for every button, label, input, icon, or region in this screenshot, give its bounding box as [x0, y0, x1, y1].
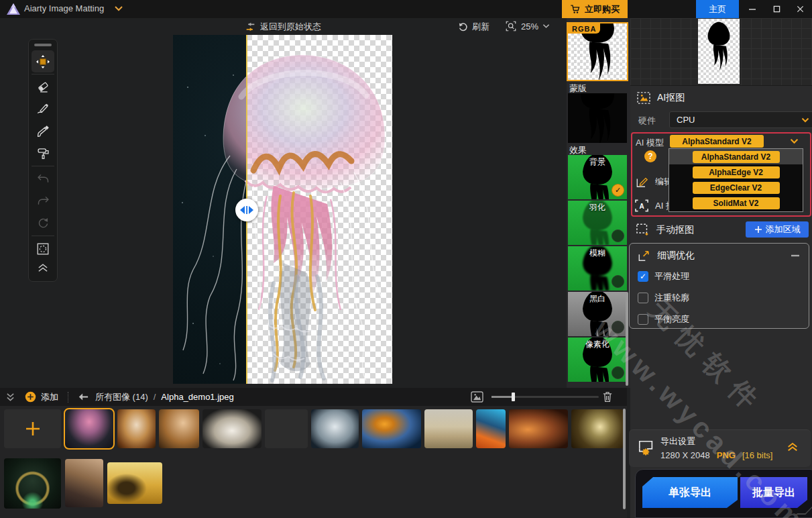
- navigator-thumb: [698, 19, 740, 84]
- option-brightness: 平衡亮度: [638, 313, 689, 325]
- breadcrumb-all-images[interactable]: 所有图像 (14): [95, 391, 148, 403]
- thumb-night-crowd[interactable]: [509, 409, 568, 448]
- reset-to-original-button[interactable]: 返回到原始状态: [245, 21, 321, 33]
- marquee-select-tool[interactable]: [32, 238, 54, 260]
- delete-trash-icon[interactable]: [602, 391, 613, 403]
- contour-checkbox[interactable]: [638, 293, 648, 303]
- back-arrow-icon[interactable]: [78, 393, 89, 401]
- thumb-spider-web[interactable]: [571, 409, 624, 448]
- zoom-value: 25%: [521, 21, 538, 32]
- collapse-minus-icon[interactable]: [791, 254, 800, 257]
- effect-pixelate[interactable]: 像素化: [568, 338, 627, 382]
- thumb-fairy-figure[interactable]: [117, 409, 156, 448]
- maximize-button[interactable]: [764, 0, 789, 18]
- compare-divider-handle[interactable]: [235, 199, 258, 221]
- swap-arrows-icon: [245, 22, 256, 32]
- thumb-cat-meadow[interactable]: [107, 462, 162, 504]
- canvas-image-region[interactable]: [173, 35, 392, 384]
- reset-history-button[interactable]: [32, 212, 54, 234]
- export-single-button[interactable]: 单张导出: [642, 477, 738, 508]
- close-button[interactable]: [788, 0, 812, 18]
- brush-tool[interactable]: [32, 120, 54, 142]
- effect-blackwhite[interactable]: 黑白: [568, 292, 627, 336]
- export-settings-icon: [637, 439, 656, 456]
- effects-scrollbar[interactable]: [626, 292, 628, 386]
- export-settings-panel[interactable]: 导出设置 1280 X 2048 PNG [16 bits]: [629, 429, 811, 467]
- add-circle-icon: [25, 391, 36, 403]
- add-image-tile[interactable]: [4, 409, 61, 448]
- app-menu-chevron-icon[interactable]: [114, 5, 123, 12]
- undo-button[interactable]: [32, 168, 54, 190]
- edit-row[interactable]: 编辑: [636, 176, 673, 188]
- double-chevron-up-icon: [37, 263, 49, 272]
- effect-blur[interactable]: 模糊: [568, 246, 627, 291]
- smart-pen-tool[interactable]: [32, 98, 54, 120]
- model-dropdown-list: AlphaStandard V2 AlphaEdge V2 EdgeClear …: [669, 148, 803, 212]
- thumb-neon-woman[interactable]: [476, 409, 506, 448]
- model-help-icon[interactable]: ?: [644, 150, 656, 162]
- thumb-woman-night[interactable]: [65, 459, 103, 507]
- thumb-white-dress[interactable]: [311, 409, 359, 448]
- thumb-white-lion[interactable]: [202, 409, 262, 448]
- thumb-fox-portrait[interactable]: [159, 409, 199, 448]
- redo-button[interactable]: [32, 190, 54, 212]
- effect-badge[interactable]: [612, 321, 624, 333]
- effect-badge[interactable]: [612, 229, 624, 242]
- rgba-preview-thumb[interactable]: RGBA: [568, 23, 627, 80]
- breadcrumb-separator: /: [154, 392, 156, 402]
- minimize-button[interactable]: [740, 0, 764, 18]
- thumb-white-bird[interactable]: [265, 409, 308, 448]
- thumb-jellyfish-pink[interactable]: [65, 409, 113, 448]
- app-title: Aiarty Image Matting: [24, 3, 104, 13]
- preview-column: RGBA 蒙版 效果 背景 ✓ 羽化 模糊 黑白 像素化: [567, 18, 630, 388]
- model-chevron-icon[interactable]: [790, 138, 799, 144]
- effect-checked-badge[interactable]: ✓: [612, 184, 624, 197]
- manual-matting-icon: [636, 223, 650, 236]
- model-option[interactable]: AlphaEdge V2: [669, 164, 803, 180]
- effect-badge[interactable]: [612, 275, 624, 288]
- smooth-checkbox[interactable]: [638, 271, 648, 282]
- effect-background[interactable]: 背景 ✓: [568, 155, 627, 199]
- add-images-button[interactable]: 添加: [25, 391, 58, 403]
- refresh-icon: [458, 22, 468, 32]
- compare-arrows-icon: [239, 205, 254, 215]
- filmstrip-scrollbar[interactable]: [623, 409, 626, 509]
- move-tool[interactable]: [32, 50, 54, 72]
- roller-tool[interactable]: [32, 142, 54, 164]
- thumb-alpaca-family[interactable]: [424, 409, 473, 448]
- slider-thumb[interactable]: [512, 393, 515, 401]
- collapse-tools-button[interactable]: [32, 260, 54, 276]
- home-button[interactable]: 主页: [696, 0, 739, 18]
- hardware-select[interactable]: CPU: [669, 111, 812, 128]
- export-batch-button[interactable]: 批量导出: [740, 477, 807, 508]
- cart-icon: [570, 4, 581, 14]
- tools-drag-handle[interactable]: [34, 44, 52, 46]
- tools-panel: [28, 39, 58, 282]
- thumb-orange-jellyfish[interactable]: [362, 409, 421, 448]
- thumb-size-slider[interactable]: [491, 396, 599, 398]
- model-option[interactable]: AlphaStandard V2: [669, 149, 803, 164]
- eraser-tool[interactable]: [32, 76, 54, 98]
- rgba-tab[interactable]: RGBA: [568, 23, 600, 34]
- model-option[interactable]: SolidMat V2: [669, 195, 803, 211]
- svg-text:A: A: [639, 203, 644, 210]
- separator: [68, 392, 68, 403]
- collapse-filmstrip-icon[interactable]: [5, 393, 15, 401]
- eraser-icon: [36, 80, 50, 94]
- export-collapse-icon[interactable]: [787, 442, 799, 452]
- thumb-emerald-necklace[interactable]: [4, 458, 61, 509]
- model-option[interactable]: EdgeClear V2: [669, 180, 803, 195]
- navigator-preview[interactable]: [630, 18, 812, 86]
- effect-badge[interactable]: [612, 366, 624, 379]
- buy-now-button[interactable]: 立即购买: [562, 0, 628, 18]
- refresh-button[interactable]: 刷新: [458, 21, 489, 33]
- app-logo-icon: [6, 3, 21, 15]
- ai-model-value[interactable]: AlphaStandard V2: [670, 135, 764, 148]
- mask-preview-thumb[interactable]: [568, 93, 627, 143]
- tools-divider: [32, 236, 54, 236]
- export-title: 导出设置: [660, 435, 695, 448]
- brightness-checkbox[interactable]: [638, 314, 648, 325]
- zoom-control[interactable]: 25%: [505, 20, 550, 32]
- add-region-button[interactable]: 添加区域: [746, 221, 809, 238]
- effect-feather[interactable]: 羽化: [568, 201, 627, 245]
